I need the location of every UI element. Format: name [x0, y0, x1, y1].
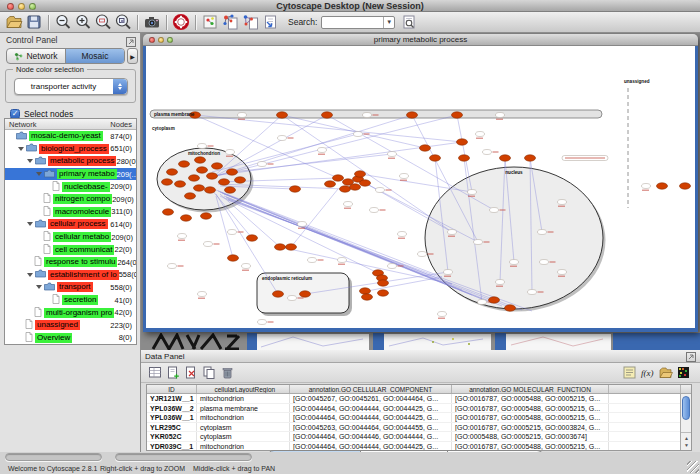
table-column-header[interactable]: _cellularLayoutRegion — [197, 385, 290, 393]
float-panel-icon[interactable] — [125, 34, 137, 46]
network-node[interactable] — [219, 179, 230, 185]
select-attributes-icon[interactable] — [146, 364, 164, 381]
tree-row[interactable]: macromolecule311(0) — [5, 206, 136, 219]
delete-attribute-icon[interactable] — [182, 364, 200, 381]
new-attribute-icon[interactable] — [164, 364, 182, 381]
save-icon[interactable] — [24, 13, 44, 32]
table-cell[interactable] — [609, 423, 681, 432]
network-node[interactable] — [286, 244, 297, 250]
network-node[interactable] — [179, 161, 190, 167]
network-node-outline[interactable] — [363, 113, 372, 118]
table-cell[interactable]: [GO:0045263, GO:0044464, GO:0044455, G..… — [290, 423, 452, 432]
network-node[interactable] — [325, 181, 336, 187]
search-input[interactable]: ▼ — [321, 16, 395, 29]
network-node-outline[interactable] — [478, 300, 487, 305]
network-node[interactable] — [194, 185, 205, 191]
window-titlebar[interactable]: Cytoscape Desktop (New Session) — [0, 0, 700, 12]
node-color-dropdown[interactable]: transporter activity — [14, 78, 128, 95]
table-row[interactable]: YLR295Ccytoplasm[GO:0045263, GO:0044464,… — [147, 423, 691, 433]
network-node[interactable] — [225, 187, 236, 193]
table-cell[interactable]: YKR052C — [147, 432, 197, 441]
network-window-titlebar[interactable]: primary metabolic process — [143, 34, 698, 46]
network-view-window[interactable]: primary metabolic process plasma membran… — [143, 34, 698, 332]
table-cell[interactable]: mitochondrion — [197, 413, 290, 422]
table-cell[interactable]: [GO:0044464, GO:0044446, GO:0044444, G..… — [290, 432, 452, 441]
network-node[interactable] — [181, 215, 192, 221]
network-node[interactable] — [201, 213, 212, 219]
network-node[interactable] — [362, 294, 373, 300]
network-node[interactable] — [273, 291, 284, 297]
table-cell[interactable] — [609, 442, 681, 451]
network-node-outline[interactable] — [204, 242, 213, 247]
dropdown-stepper-icon[interactable] — [113, 79, 127, 94]
network-node-outline[interactable] — [558, 200, 567, 205]
network-node[interactable] — [420, 145, 431, 151]
network-node[interactable] — [407, 112, 418, 118]
table-row[interactable]: YPL036W__1mitochondrion[GO:0044464, GO:0… — [147, 413, 691, 423]
network-node-outline[interactable] — [474, 240, 483, 245]
network-node-outline[interactable] — [400, 174, 409, 179]
network-node-outline[interactable] — [540, 260, 549, 265]
network-node[interactable] — [430, 155, 441, 161]
network-node-outline[interactable] — [376, 188, 385, 193]
network-node[interactable] — [185, 193, 196, 199]
network-node[interactable] — [457, 139, 468, 145]
network-node-outline[interactable] — [444, 270, 453, 275]
network-node[interactable] — [277, 112, 288, 118]
network-node-outline[interactable] — [418, 252, 427, 257]
network-node[interactable] — [355, 171, 366, 177]
table-cell[interactable] — [609, 394, 681, 403]
network-node[interactable] — [235, 177, 246, 183]
network-node[interactable] — [300, 291, 311, 297]
network-node-outline[interactable] — [398, 232, 407, 237]
scroll-down-icon[interactable]: ▼ — [684, 442, 689, 448]
network-node-outline[interactable] — [476, 132, 485, 137]
open-icon[interactable] — [4, 13, 24, 32]
network-edges-icon[interactable] — [240, 13, 260, 32]
network-node[interactable] — [657, 183, 668, 189]
network-node[interactable] — [175, 181, 186, 187]
expand-arrow-icon[interactable] — [18, 147, 24, 151]
network-node[interactable] — [360, 180, 371, 186]
network-node[interactable] — [195, 157, 206, 163]
table-row[interactable]: YKR052Ccytoplasm[GO:0044464, GO:0044446,… — [147, 432, 691, 442]
network-node-outline[interactable] — [238, 113, 247, 118]
table-cell[interactable] — [609, 413, 681, 422]
table-column-header[interactable] — [609, 385, 681, 393]
network-node[interactable] — [360, 288, 371, 294]
tree-row[interactable]: nucleobase-209(0) — [5, 180, 136, 193]
advanced-search-icon[interactable] — [399, 13, 419, 32]
table-cell[interactable]: [GO:0005488, GO:0005215, GO:0003674] — [452, 432, 609, 441]
tree-row[interactable]: Overview8(0) — [5, 332, 136, 345]
network-node-outline[interactable] — [258, 162, 267, 167]
tree-row[interactable]: mosaic-demo-yeast874(0) — [5, 130, 136, 143]
network-node-outline[interactable] — [510, 260, 519, 265]
network-node[interactable] — [247, 235, 258, 241]
network-node[interactable] — [459, 155, 470, 161]
network-node-outline[interactable] — [308, 258, 317, 263]
table-cell[interactable]: YLR295C — [147, 423, 197, 432]
tree-row[interactable]: metabolic process280(0) — [5, 155, 136, 168]
network-node[interactable] — [378, 280, 389, 286]
network-node-outline[interactable] — [558, 270, 567, 275]
table-cell[interactable] — [609, 432, 681, 441]
network-node-outline[interactable] — [388, 152, 397, 157]
tree-row[interactable]: response to stimulu264(0) — [5, 256, 136, 269]
search-dropdown-icon[interactable]: ▼ — [383, 17, 394, 28]
zoom-out-icon[interactable] — [53, 13, 73, 32]
network-node[interactable] — [228, 255, 239, 261]
network-node-outline[interactable] — [483, 150, 492, 155]
network-node[interactable] — [333, 175, 344, 181]
network-node[interactable] — [489, 297, 500, 303]
attribute-table[interactable]: ID_cellularLayoutRegionannotation.GO CEL… — [146, 384, 692, 451]
trash-icon[interactable] — [218, 364, 236, 381]
import-network-icon[interactable] — [260, 13, 280, 32]
network-node-outline[interactable] — [344, 202, 353, 207]
resize-grip[interactable] — [687, 461, 699, 473]
network-node-outline[interactable] — [318, 148, 327, 153]
network-node-outline[interactable] — [198, 292, 207, 297]
notes-icon[interactable] — [620, 364, 638, 381]
expand-arrow-icon[interactable] — [27, 159, 33, 163]
table-cell[interactable]: [GO:0016787, GO:0005215, GO:0003824, G..… — [452, 423, 609, 432]
table-cell[interactable]: cytoplasm — [197, 423, 290, 432]
